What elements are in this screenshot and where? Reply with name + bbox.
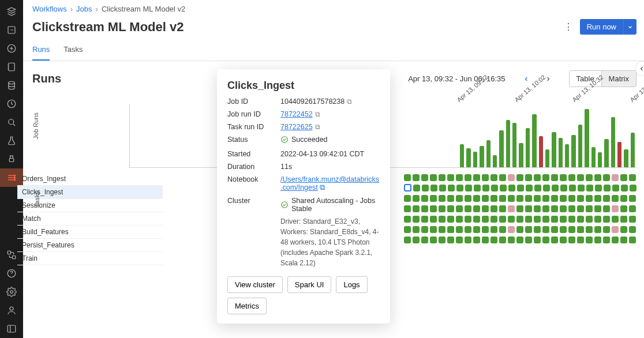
history-icon[interactable] [0, 95, 23, 113]
run-bar[interactable] [486, 140, 491, 167]
matrix-cell[interactable] [430, 226, 437, 233]
matrix-cell[interactable] [516, 174, 523, 181]
run-bar[interactable] [526, 128, 530, 167]
matrix-cell[interactable] [448, 185, 455, 191]
matrix-cell[interactable] [465, 205, 471, 212]
matrix-cell[interactable] [491, 185, 498, 191]
matrix-cell[interactable] [404, 216, 411, 223]
run-bar[interactable] [519, 143, 523, 168]
run-bar[interactable] [552, 132, 556, 167]
matrix-cell[interactable] [439, 216, 445, 223]
matrix-cell[interactable] [491, 226, 497, 233]
matrix-cell[interactable] [629, 195, 636, 202]
matrix-cell[interactable] [612, 195, 619, 202]
matrix-cell[interactable] [465, 216, 471, 223]
run-bar[interactable] [578, 125, 582, 167]
matrix-cell[interactable] [482, 174, 489, 181]
matrix-cell[interactable] [465, 226, 471, 233]
matrix-cell[interactable] [482, 195, 489, 202]
copy-icon[interactable]: ⧉ [315, 110, 320, 118]
matrix-cell[interactable] [560, 226, 567, 233]
matrix-cell[interactable] [439, 195, 445, 202]
matrix-cell[interactable] [586, 216, 593, 223]
matrix-cell[interactable] [413, 174, 420, 181]
matrix-cell[interactable] [473, 226, 480, 233]
matrix-cell[interactable] [413, 226, 420, 233]
run-bar[interactable] [532, 114, 536, 167]
matrix-cell[interactable] [508, 205, 515, 212]
matrix-cell[interactable] [404, 184, 411, 191]
matrix-cell[interactable] [473, 205, 480, 212]
run-bar[interactable] [591, 147, 596, 167]
matrix-cell[interactable] [421, 205, 428, 212]
matrix-cell[interactable] [491, 195, 497, 202]
matrix-cell[interactable] [439, 226, 445, 233]
matrix-cell[interactable] [482, 216, 489, 223]
matrix-cell[interactable] [586, 226, 593, 233]
run-bar[interactable] [539, 136, 543, 168]
matrix-cell[interactable] [534, 236, 541, 243]
models-icon[interactable] [0, 150, 23, 168]
run-bar[interactable] [617, 142, 621, 167]
matrix-cell[interactable] [603, 236, 610, 243]
matrix-cell[interactable] [473, 174, 480, 181]
matrix-cell[interactable] [612, 226, 619, 233]
tab-tasks[interactable]: Tasks [63, 40, 83, 61]
metrics-button[interactable]: Metrics [227, 298, 267, 314]
matrix-cell[interactable] [586, 236, 593, 243]
matrix-cell[interactable] [508, 236, 515, 243]
matrix-cell[interactable] [447, 226, 454, 233]
panel-toggle-icon[interactable] [0, 320, 23, 338]
run-bar[interactable] [565, 144, 569, 167]
matrix-cell[interactable] [447, 174, 454, 181]
matrix-cell[interactable] [578, 185, 585, 191]
matrix-cell[interactable] [612, 174, 619, 181]
run-bar[interactable] [559, 138, 563, 167]
matrix-cell[interactable] [629, 174, 636, 181]
matrix-cell[interactable] [439, 185, 446, 191]
matrix-cell[interactable] [612, 236, 619, 243]
run-bar[interactable] [473, 152, 477, 167]
matrix-cell[interactable] [499, 216, 506, 223]
matrix-cell[interactable] [517, 185, 524, 191]
matrix-cell[interactable] [473, 216, 480, 223]
matrix-cell[interactable] [482, 236, 489, 243]
matrix-cell[interactable] [456, 226, 463, 233]
matrix-cell[interactable] [542, 174, 549, 181]
matrix-cell[interactable] [474, 185, 481, 191]
breadcrumb-workflows[interactable]: Workflows [32, 5, 67, 13]
matrix-cell[interactable] [413, 185, 420, 191]
data-icon[interactable] [0, 76, 23, 95]
matrix-cell[interactable] [586, 195, 593, 202]
matrix-cell[interactable] [465, 174, 471, 181]
run-bar[interactable] [460, 144, 464, 167]
task-row[interactable]: Orders_Ingest [17, 172, 163, 186]
matrix-cell[interactable] [499, 236, 506, 243]
task-row[interactable]: Match [17, 212, 163, 226]
matrix-cell[interactable] [560, 236, 567, 243]
run-bar[interactable] [598, 152, 602, 167]
matrix-cell[interactable] [456, 174, 463, 181]
run-bar[interactable] [545, 149, 549, 167]
matrix-cell[interactable] [456, 195, 463, 202]
matrix-cell[interactable] [491, 216, 497, 223]
matrix-cell[interactable] [551, 174, 558, 181]
matrix-cell[interactable] [603, 174, 610, 181]
matrix-cell[interactable] [620, 216, 627, 223]
matrix-cell[interactable] [456, 216, 463, 223]
matrix-cell[interactable] [413, 205, 420, 212]
matrix-cell[interactable] [456, 236, 463, 243]
matrix-cell[interactable] [620, 226, 627, 233]
matrix-cell[interactable] [413, 195, 420, 202]
matrix-cell[interactable] [594, 236, 601, 243]
matrix-cell[interactable] [620, 174, 627, 181]
matrix-cell[interactable] [568, 236, 575, 243]
matrix-cell[interactable] [534, 185, 541, 191]
matrix-cell[interactable] [430, 236, 437, 243]
matrix-cell[interactable] [629, 226, 636, 233]
matrix-cell[interactable] [421, 195, 428, 202]
matrix-cell[interactable] [542, 216, 549, 223]
matrix-cell[interactable] [577, 195, 584, 202]
matrix-cell[interactable] [421, 216, 428, 223]
matrix-cell[interactable] [560, 205, 567, 212]
